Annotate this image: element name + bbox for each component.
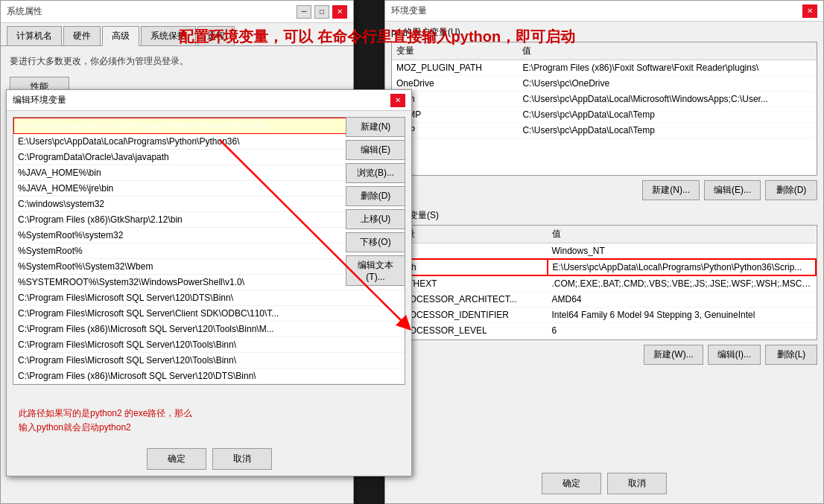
var-value: E:\Program Files (x86)\Foxit Software\Fo…	[518, 60, 817, 76]
edit-btn[interactable]: 编辑(E)	[346, 140, 405, 160]
env-vars-bottom-buttons: 确定 取消	[385, 467, 823, 500]
move-up-btn[interactable]: 上移(U)	[346, 209, 405, 229]
confirm-btn[interactable]: 确定	[147, 448, 206, 470]
var-value: C:\Users\pc\AppData\Local\Temp	[518, 107, 817, 123]
new-btn[interactable]: 新建(N)	[346, 117, 405, 137]
env-vars-close-btn[interactable]: ✕	[802, 4, 817, 18]
table-row[interactable]: TEMP C:\Users\pc\AppData\Local\Temp	[392, 107, 817, 123]
var-name: PROCESSOR_ARCHITECT...	[393, 292, 548, 307]
var-name: MOZ_PLUGIN_PATH	[392, 60, 518, 76]
table-row[interactable]: PROCESSOR_ARCHITECT... AMD64	[393, 292, 816, 307]
table-row[interactable]: Path E:\Users\pc\AppData\Local\Programs\…	[393, 259, 816, 275]
list-item[interactable]: C:\Program Files (x86)\Microsoft SQL Ser…	[13, 322, 405, 337]
edit-env-window: 编辑环境变量 ✕ E:\Users\pc\AppData\Local\Progr…	[6, 89, 412, 476]
top-annotation: 配置环境变量，可以 在命令行里直接输入python，即可启动	[179, 27, 575, 47]
user-vars-table-container[interactable]: 变量 值 MOZ_PLUGIN_PATH E:\Program Files (x…	[391, 42, 817, 176]
table-row[interactable]: PROCESSOR_LEVEL 6	[393, 323, 816, 339]
sys-edit-btn[interactable]: 编辑(I)...	[708, 345, 761, 365]
sys-props-titlebar: 系统属性 ─ □ ✕	[1, 1, 353, 23]
var-name: PROCESSOR_LEVEL	[393, 323, 548, 339]
sys-vars-col-var: 变量	[393, 226, 548, 243]
var-value: Intel64 Family 6 Model 94 Stepping 3, Ge…	[548, 307, 816, 323]
sys-props-maximize-btn[interactable]: □	[314, 5, 329, 19]
var-name: PATHEXT	[393, 275, 548, 292]
edit-env-controls: ✕	[390, 94, 405, 107]
browse-btn[interactable]: 浏览(B)...	[346, 163, 405, 183]
sys-note: 要进行大多数更改，你必须作为管理员登录。	[10, 55, 344, 68]
sys-vars-table: 变量 值 OS Windows_NT Path E:\Users\pc\AppD…	[392, 226, 817, 340]
var-value: AMD64	[548, 292, 816, 307]
user-edit-btn[interactable]: 编辑(E)...	[704, 180, 761, 200]
env-vars-titlebar: 环境变量 ✕	[385, 1, 823, 22]
var-value: C:\Users\pc\AppData\Local\Microsoft\Wind…	[518, 92, 817, 107]
var-value: .COM;.EXE;.BAT;.CMD;.VBS;.VBE;.JS;.JSE;.…	[548, 275, 816, 292]
sys-new-btn[interactable]: 新建(W)...	[644, 345, 703, 365]
edit-text-btn[interactable]: 编辑文本(T)...	[346, 255, 405, 286]
user-vars-table: 变量 值 MOZ_PLUGIN_PATH E:\Program Files (x…	[392, 42, 817, 138]
delete-btn[interactable]: 删除(D)	[346, 186, 405, 206]
edit-env-title: 编辑环境变量	[13, 94, 66, 106]
var-value: E:\Users\pc\AppData\Local\Programs\Pytho…	[548, 259, 816, 275]
var-value: C:\Users\pc\AppData\Local\Temp	[518, 123, 817, 138]
edit-env-action-buttons: 新建(N) 编辑(E) 浏览(B)... 删除(D) 上移(U) 下移(O) 编…	[346, 117, 405, 286]
var-value: 6	[548, 323, 816, 339]
env-vars-confirm-btn[interactable]: 确定	[542, 473, 601, 494]
user-vars-buttons: 新建(N)... 编辑(E)... 删除(D)	[385, 176, 823, 205]
table-row[interactable]: OneDrive C:\Users\pc\OneDrive	[392, 76, 817, 92]
var-name: PROCESSOR_IDENTIFIER	[393, 307, 548, 323]
cancel-btn[interactable]: 取消	[212, 448, 272, 470]
table-row[interactable]: TMP C:\Users\pc\AppData\Local\Temp	[392, 123, 817, 138]
sys-props-close-btn[interactable]: ✕	[332, 5, 347, 19]
var-value: Windows_NT	[548, 243, 816, 260]
sys-props-title: 系统属性	[7, 5, 42, 18]
edit-env-bottom-buttons: 确定 取消	[7, 448, 411, 470]
table-row[interactable]: OS Windows_NT	[393, 243, 816, 260]
env-vars-title: 环境变量	[391, 4, 427, 17]
var-name: Path	[393, 259, 548, 275]
tab-advanced[interactable]: 高级	[102, 26, 139, 46]
sys-props-controls: ─ □ ✕	[297, 5, 347, 19]
var-name: OS	[393, 243, 548, 260]
table-row[interactable]: MOZ_PLUGIN_PATH E:\Program Files (x86)\F…	[392, 60, 817, 76]
env-vars-cancel-btn[interactable]: 取消	[607, 473, 667, 494]
move-down-btn[interactable]: 下移(O)	[346, 232, 405, 252]
list-item[interactable]: C:\Program Files\Microsoft SQL Server\12…	[13, 353, 405, 369]
sys-vars-table-container[interactable]: 变量 值 OS Windows_NT Path E:\Users\pc\AppD…	[391, 225, 817, 340]
sys-delete-btn[interactable]: 删除(L)	[765, 345, 817, 365]
var-value: C:\Users\pc\OneDrive	[518, 76, 817, 92]
list-item[interactable]: C:\Program Files\Microsoft SQL Server\12…	[13, 290, 405, 306]
env-vars-controls: ✕	[802, 4, 817, 18]
list-item[interactable]: C:\Program Files (x86)\Microsoft SQL Ser…	[13, 369, 405, 384]
user-delete-btn[interactable]: 删除(D)	[765, 180, 817, 200]
edit-env-titlebar: 编辑环境变量 ✕	[7, 90, 411, 111]
edit-env-close-btn[interactable]: ✕	[390, 94, 405, 107]
sys-vars-col-val: 值	[548, 226, 816, 243]
sys-vars-buttons: 新建(W)... 编辑(I)... 删除(L)	[385, 340, 823, 369]
table-row[interactable]: Path C:\Users\pc\AppData\Local\Microsoft…	[392, 92, 817, 107]
tab-computer-name[interactable]: 计算机名	[7, 26, 62, 45]
bottom-annotation: 此路径如果写的是python2 的exe路径，那么 输入python就会启动py…	[19, 406, 192, 435]
list-item[interactable]: C:\Program Files\Microsoft SQL Server\Cl…	[13, 306, 405, 322]
list-item[interactable]: C:\Program Files\Microsoft SQL Server\12…	[13, 337, 405, 353]
env-vars-window: 环境变量 ✕ pc 的用户变量(U) 变量 值 MOZ_PLUGIN_PATH …	[384, 0, 824, 504]
table-row[interactable]: PROCESSOR_IDENTIFIER Intel64 Family 6 Mo…	[393, 307, 816, 323]
table-row[interactable]: PATHEXT .COM;.EXE;.BAT;.CMD;.VBS;.VBE;.J…	[393, 275, 816, 292]
sys-vars-section-header: 系统变量(S)	[385, 205, 823, 225]
sys-props-minimize-btn[interactable]: ─	[297, 5, 311, 19]
tab-hardware[interactable]: 硬件	[63, 26, 101, 45]
user-new-btn[interactable]: 新建(N)...	[642, 180, 700, 200]
